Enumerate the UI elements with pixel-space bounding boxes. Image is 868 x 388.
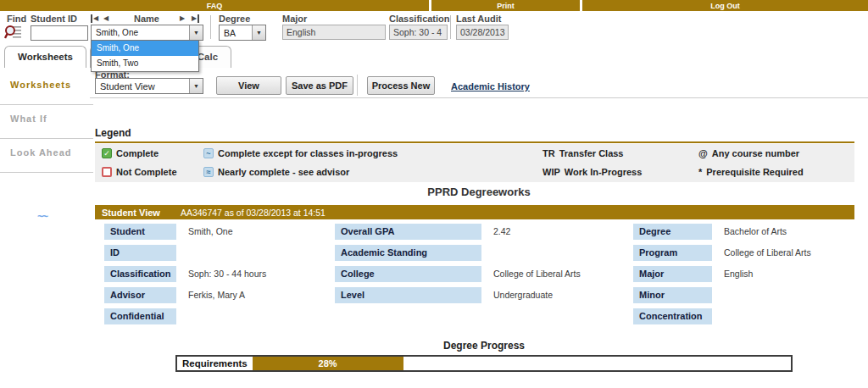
info-value-id (176, 245, 335, 261)
at-symbol: @ (698, 148, 708, 158)
legend-text: Work In-Progress (565, 167, 643, 177)
degree-progress-section: Degree Progress Requirements 28% (175, 340, 793, 372)
info-label-degree: Degree (633, 224, 712, 240)
sidebar-item-look-ahead[interactable]: Look Ahead (0, 139, 93, 173)
legend-title: Legend (95, 127, 131, 139)
in-progress-tilde-icon: ~ (203, 148, 214, 158)
legend-item-prerequisite: * Prerequisite Required (698, 167, 854, 177)
sidebar-item-worksheets[interactable]: Worksheets (0, 71, 93, 105)
info-label-major: Major (633, 266, 712, 282)
info-label-confidential: Confidential (104, 308, 176, 324)
save-as-pdf-button[interactable]: Save as PDF (286, 76, 353, 95)
format-combobox-arrow-icon[interactable]: ▼ (189, 79, 203, 93)
view-button[interactable]: View (216, 76, 281, 95)
last-audit-label: Last Audit (456, 14, 501, 24)
academic-history-link[interactable]: Academic History (451, 81, 530, 91)
requirements-progress-bar: Requirements 28% (175, 355, 793, 372)
info-label-academic-standing: Academic Standing (335, 245, 481, 261)
wip-code: WIP (542, 167, 560, 177)
info-value-major: English (712, 266, 854, 282)
stray-mark: ~~ (37, 210, 47, 223)
legend-text: Any course number (712, 148, 799, 158)
format-combobox[interactable]: Student View ▼ (95, 78, 203, 94)
legend-text: Nearly complete - see advisor (218, 167, 349, 177)
tab-worksheets[interactable]: Worksheets (4, 46, 86, 68)
faq-link[interactable]: FAQ (0, 0, 429, 11)
student-id-label: Student ID (31, 14, 77, 24)
student-info-table: Student Smith, One Overall GPA 2.42 Degr… (95, 224, 854, 324)
name-option-smith-one[interactable]: Smith, One (92, 41, 198, 56)
requirements-label: Requirements (177, 357, 253, 370)
legend-text: Not Complete (116, 167, 177, 177)
legend-underline (95, 141, 854, 143)
sidebar-item-what-if[interactable]: What If (0, 105, 93, 139)
name-combobox-value: Smith, One (92, 25, 189, 40)
classification-field: Soph: 30 - 4 (389, 25, 448, 40)
sidebar: Worksheets What If Look Ahead (0, 71, 93, 173)
legend-text: Complete (116, 148, 159, 158)
complete-check-icon: ✓ (102, 148, 112, 158)
info-spacer (335, 308, 481, 324)
name-combobox-arrow-icon[interactable]: ▼ (189, 25, 203, 40)
legend-item-any-course: @ Any course number (698, 148, 854, 158)
content-divider (90, 97, 868, 98)
info-spacer (481, 308, 633, 324)
legend-item-transfer: TR Transfer Class (542, 148, 698, 158)
student-id-input[interactable] (31, 25, 88, 41)
info-value-confidential (176, 308, 335, 324)
format-combobox-value: Student View (96, 79, 189, 93)
asterisk-symbol: * (698, 167, 702, 177)
page-title: PPRD Degreeworks (90, 186, 868, 198)
info-value-degree: Bachelor of Arts (712, 224, 854, 240)
print-link[interactable]: Print (431, 0, 580, 11)
name-label: Name (134, 14, 159, 24)
progress-fill: 28% (253, 357, 403, 370)
block-header: Student View AA346747 as of 03/28/2013 a… (95, 205, 854, 219)
info-value-student: Smith, One (176, 224, 335, 240)
tr-code: TR (542, 148, 555, 158)
info-value-concentration (712, 308, 854, 324)
block-header-title: Student View (95, 208, 160, 218)
top-nav-bar: FAQ Print Log Out (0, 0, 868, 11)
name-combobox[interactable]: Smith, One ▼ (91, 25, 203, 41)
progress-track: 28% (253, 357, 791, 370)
degree-label: Degree (219, 14, 250, 24)
not-complete-box-icon (102, 167, 112, 177)
degree-combobox-arrow-icon[interactable]: ▼ (252, 25, 265, 40)
classification-label: Classification (389, 14, 450, 24)
logout-link[interactable]: Log Out (582, 0, 868, 11)
student-view-report: Student View AA346747 as of 03/28/2013 a… (95, 205, 854, 372)
legend-item-wip: WIP Work In-Progress (542, 167, 698, 177)
legend-item-complete: ✓ Complete (102, 148, 203, 158)
info-value-classification: Soph: 30 - 44 hours (176, 266, 335, 282)
nav-next-icon[interactable]: ▶ (180, 14, 185, 23)
nav-last-icon[interactable]: ▶ (192, 14, 199, 23)
nav-prev-icon[interactable]: ◀ (103, 14, 108, 23)
degree-progress-title: Degree Progress (175, 340, 793, 352)
major-field: English (282, 25, 386, 40)
name-dropdown-list: Smith, One Smith, Two (91, 40, 199, 72)
nearly-complete-approx-icon: ≈ (203, 167, 214, 177)
degreeworks-page: FAQ Print Log Out Find Student ID ◀ ◀ Na… (0, 0, 868, 388)
info-value-advisor: Ferkis, Mary A (176, 287, 335, 303)
finder-divider (210, 15, 211, 39)
name-option-smith-two[interactable]: Smith, Two (92, 56, 198, 71)
toolbar-divider (357, 75, 358, 96)
info-label-college: College (335, 266, 481, 282)
degree-combobox[interactable]: BA ▼ (219, 25, 266, 41)
info-value-college: College of Liberal Arts (481, 266, 633, 282)
info-value-overall-gpa: 2.42 (481, 224, 633, 240)
last-audit-field: 03/28/2013 (456, 25, 509, 40)
find-label: Find (7, 14, 26, 24)
nav-first-icon[interactable]: ◀ (91, 14, 98, 23)
info-label-id: ID (104, 245, 176, 261)
legend-text: Prerequisite Required (706, 167, 803, 177)
info-label-program: Program (633, 245, 712, 261)
info-value-program: College of Liberal Arts (712, 245, 854, 261)
info-value-minor (712, 287, 854, 303)
find-student-icon[interactable] (4, 25, 22, 43)
legend-item-in-progress: ~ Complete except for classes in-progres… (203, 148, 542, 158)
info-label-student: Student (104, 224, 176, 240)
degree-combobox-value: BA (220, 25, 252, 40)
process-new-button[interactable]: Process New (367, 76, 435, 95)
